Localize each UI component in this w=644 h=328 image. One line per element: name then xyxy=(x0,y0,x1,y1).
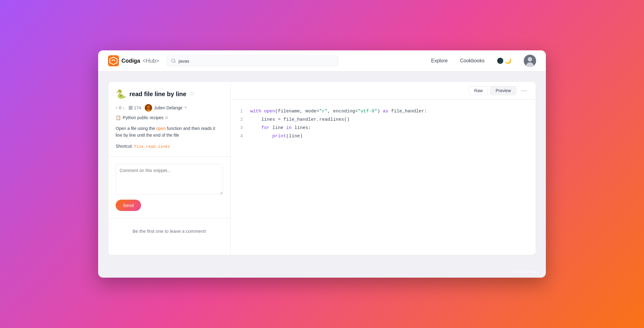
codiga-logo-icon xyxy=(108,55,119,66)
svg-rect-8 xyxy=(131,108,132,109)
line-number-1: 1 xyxy=(237,107,243,115)
moon-icon: 🌑 xyxy=(497,57,504,64)
right-panel: Raw Preview ⋯ 1 with open(filename, mode… xyxy=(231,81,536,255)
shortcut-row: Shortcut: file.read.lines xyxy=(116,144,223,149)
send-button[interactable]: Send xyxy=(116,200,141,211)
downvote-icon[interactable]: ↓ xyxy=(123,105,125,110)
nav-explore[interactable]: Explore xyxy=(431,58,448,64)
line-number-4: 4 xyxy=(237,132,243,140)
search-bar[interactable] xyxy=(167,56,338,66)
svg-point-1 xyxy=(172,59,175,62)
shortcut-value: file.read.lines xyxy=(134,144,170,149)
svg-rect-5 xyxy=(129,106,130,107)
sun-icon: 🌙 xyxy=(505,57,512,64)
logo[interactable]: Codiga <Hub> xyxy=(108,55,159,66)
snippet-title-row: 🐍 read file line by line ♡ xyxy=(116,89,223,99)
author-row: Julien Delange ✎ xyxy=(145,104,187,111)
cookbook-icon: 📋 xyxy=(116,115,121,120)
heart-icon[interactable]: ♡ xyxy=(190,91,194,98)
code-line-1: 1 with open(filename, mode="r", encoding… xyxy=(237,107,530,115)
code-line-2: 2 lines = file_handler.readlines() xyxy=(237,115,530,124)
author-avatar xyxy=(145,104,152,111)
line-number-3: 3 xyxy=(237,124,243,132)
snippet-info: 🐍 read file line by line ♡ ↑ 0 ↓ xyxy=(108,82,230,157)
app-window: Codiga <Hub> Explore Cookbooks 🌑 🌙 xyxy=(98,50,546,278)
nav-cookbooks[interactable]: Cookbooks xyxy=(460,58,485,64)
vote-row: ↑ 0 ↓ xyxy=(116,105,125,110)
svg-point-3 xyxy=(528,57,532,61)
snippet-description: Open a file using the open function and … xyxy=(116,125,223,139)
logo-text: Codiga xyxy=(121,58,140,64)
upvote-icon[interactable]: ↑ xyxy=(116,105,118,110)
code-line-4: 4 print(line) xyxy=(237,132,530,140)
search-input[interactable] xyxy=(178,58,334,64)
search-icon xyxy=(171,58,176,63)
code-text-3: for line in lines: xyxy=(250,124,311,132)
svg-point-10 xyxy=(147,106,150,108)
comment-textarea[interactable] xyxy=(116,164,223,195)
line-number-2: 2 xyxy=(237,115,243,124)
edit-icon[interactable]: ✎ xyxy=(184,106,187,110)
cookbook-name[interactable]: Python public recipes xyxy=(123,115,163,120)
avatar-image xyxy=(524,55,536,67)
description-link[interactable]: open xyxy=(156,126,166,131)
snippet-title: read file line by line xyxy=(129,91,186,98)
theme-toggle[interactable]: 🌑 🌙 xyxy=(497,57,512,64)
python-icon: 🐍 xyxy=(116,89,126,99)
author-avatar-image xyxy=(145,104,152,111)
cookbook-row: 📋 Python public recipes ⧉ xyxy=(116,115,223,120)
header: Codiga <Hub> Explore Cookbooks 🌑 🌙 xyxy=(98,50,546,72)
snippet-meta: ↑ 0 ↓ 174 xyxy=(116,104,223,111)
code-text-1: with open(filename, mode="r", encoding="… xyxy=(250,107,427,115)
upvote-count: 0 xyxy=(119,105,121,110)
no-comments-message: Be the first one to leave a comment! xyxy=(108,219,230,244)
avatar[interactable] xyxy=(524,55,536,67)
code-header: Raw Preview ⋯ xyxy=(231,82,536,100)
preview-button[interactable]: Preview xyxy=(490,86,516,95)
nav-links: Explore Cookbooks 🌑 🌙 xyxy=(431,55,536,67)
author-name: Julien Delange xyxy=(154,105,182,110)
raw-button[interactable]: Raw xyxy=(469,86,488,95)
shortcut-label: Shortcut: xyxy=(116,144,133,149)
view-count-value: 174 xyxy=(134,105,141,110)
code-area: 1 with open(filename, mode="r", encoding… xyxy=(231,100,536,255)
view-count: 174 xyxy=(128,105,141,110)
comment-section: Send xyxy=(108,157,230,219)
description-before: Open a file using the xyxy=(116,126,156,131)
code-line-3: 3 for line in lines: xyxy=(237,124,530,132)
code-text-2: lines = file_handler.readlines() xyxy=(250,115,350,124)
svg-rect-6 xyxy=(131,106,132,107)
code-text-4: print(line) xyxy=(250,132,303,140)
footer-text: Codiga Hub xyxy=(98,265,546,278)
more-options-icon[interactable]: ⋯ xyxy=(519,87,530,94)
main-content: 🐍 read file line by line ♡ ↑ 0 ↓ xyxy=(98,72,546,265)
logo-hub: <Hub> xyxy=(143,58,159,64)
svg-rect-7 xyxy=(129,108,130,109)
left-panel: 🐍 read file line by line ♡ ↑ 0 ↓ xyxy=(108,81,231,255)
copy-icon[interactable]: ⧉ xyxy=(165,115,168,120)
view-icon xyxy=(128,106,133,110)
